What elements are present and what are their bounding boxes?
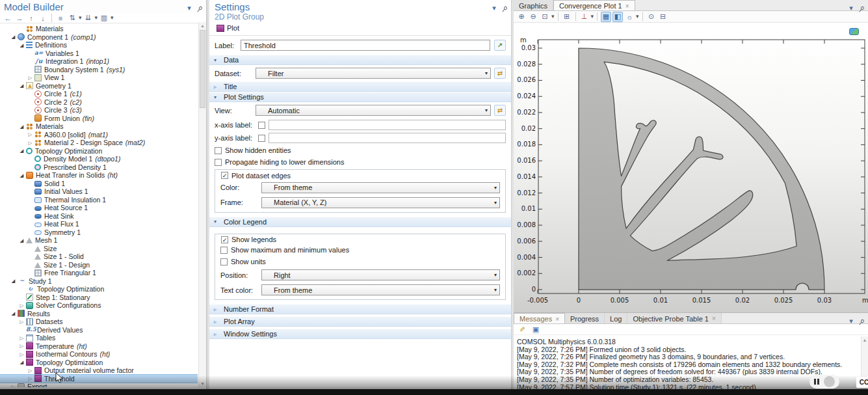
panel-menu-icon[interactable]: ▾ — [846, 316, 856, 326]
zoom-in-button[interactable]: ⊕ — [516, 12, 527, 22]
tree-item[interactable]: ▷Tables — [0, 334, 198, 342]
move-up-button[interactable]: ↑ — [26, 13, 36, 23]
view-dropdown[interactable]: Automatic ▾ — [256, 105, 491, 116]
tree-item[interactable]: ▷Threshold — [0, 375, 198, 383]
tab-messages[interactable]: Messages × — [514, 313, 565, 323]
expand-arrow-icon[interactable]: ▷ — [10, 384, 17, 387]
tree-item[interactable]: Solid 1 — [0, 180, 198, 188]
rename-button[interactable]: ↗ — [494, 40, 506, 51]
view-orientation-icon[interactable] — [849, 28, 859, 35]
dataset-dropdown[interactable]: Filter ▾ — [256, 68, 491, 79]
label-input[interactable] — [241, 40, 490, 51]
close-icon[interactable]: × — [625, 3, 629, 10]
zoom-extents-button[interactable]: ⊞ — [562, 12, 572, 22]
show-options-button[interactable]: ≡ — [55, 13, 66, 23]
tree-item[interactable]: ◢Definitions — [0, 41, 198, 49]
tree-item[interactable]: ◢Results — [0, 310, 198, 318]
propagate-hiding-checkbox[interactable] — [215, 159, 222, 166]
tree-item[interactable]: ◢Mesh 1 — [0, 236, 198, 245]
close-icon[interactable]: × — [555, 316, 559, 323]
tree-item[interactable]: ▷View 1 — [0, 74, 198, 82]
expand-arrow-icon[interactable]: ▷ — [18, 351, 25, 357]
tab-log[interactable]: Log — [605, 313, 627, 323]
y-axis-label-input[interactable] — [269, 133, 506, 143]
plot-area[interactable]: -0.00500.0050.010.0150.020.0250.0300.002… — [514, 23, 868, 312]
tree-item[interactable]: ◢Materials — [0, 122, 198, 131]
section-title[interactable]: ▹ Title — [209, 81, 511, 92]
tree-item[interactable]: 8.5Derived Values — [0, 326, 198, 334]
dropdown-caret-icon[interactable]: ▾ — [111, 15, 114, 21]
expand-arrow-icon[interactable]: ▷ — [27, 140, 34, 146]
tree-item[interactable]: ◢Topology Optimization — [0, 147, 198, 156]
tree-item[interactable]: Step 1: Stationary — [0, 293, 198, 302]
sort-button[interactable]: ⇊ — [83, 13, 94, 23]
tree-item[interactable]: ▷Isothermal Contours(ht) — [0, 350, 198, 359]
tree-item[interactable]: ◢Component 1(comp1) — [0, 33, 198, 42]
tree-item[interactable]: Circle 3(c3) — [0, 106, 198, 115]
show-max-min-checkbox[interactable] — [220, 247, 228, 254]
edge-color-dropdown[interactable]: From theme ▾ — [261, 182, 500, 193]
expand-arrow-icon[interactable]: ▷ — [27, 131, 34, 137]
tree-item[interactable]: ◢∼Study 1 — [0, 277, 198, 286]
pause-button[interactable] — [809, 375, 839, 388]
x-axis-label-input[interactable] — [269, 120, 506, 130]
expand-arrow-icon[interactable]: ▷ — [27, 375, 34, 381]
tree-item[interactable]: Materials — [0, 25, 198, 33]
expand-arrow-icon[interactable]: ▷ — [18, 303, 25, 308]
pin-icon[interactable] — [198, 5, 203, 10]
frame-dropdown[interactable]: Material (X, Y, Z) ▾ — [261, 197, 500, 208]
scene-light-button[interactable]: ☼ — [624, 12, 635, 22]
panel-menu-icon[interactable]: ▾ — [184, 3, 194, 13]
tree-item[interactable]: ◢Geometry 1 — [0, 82, 198, 90]
tree-item[interactable]: ▷Material 2 - Design Space(mat2) — [0, 139, 198, 147]
expand-arrow-icon[interactable]: ▷ — [27, 75, 34, 81]
expand-arrow-icon[interactable]: ◢ — [10, 278, 17, 284]
zoom-out-button[interactable]: ⊖ — [528, 12, 538, 22]
expand-arrow-icon[interactable]: ▷ — [18, 319, 25, 325]
node-grouping-button[interactable]: ▥ — [99, 13, 109, 23]
expand-arrow-icon[interactable]: ◢ — [18, 124, 25, 129]
tab-convergence-plot[interactable]: Convergence Plot 1 × — [553, 0, 635, 10]
y-axis-label-checkbox[interactable] — [258, 135, 265, 142]
tree-item[interactable]: ↻Topology Optimization — [0, 285, 198, 293]
show-units-checkbox[interactable] — [220, 258, 228, 266]
show-legends-checkbox[interactable]: ✓ — [221, 236, 228, 243]
zoom-box-button[interactable]: ⊡ — [540, 12, 550, 22]
show-grid-button[interactable]: ▦ — [601, 12, 611, 22]
dropdown-caret-icon[interactable]: ▾ — [79, 15, 82, 21]
expand-arrow-icon[interactable]: ◢ — [18, 83, 25, 89]
section-plot-settings[interactable]: ▾ Plot Settings — [209, 92, 511, 102]
tree-item[interactable]: Boundary System 1(sys1) — [0, 66, 198, 74]
tree-item[interactable]: Circle 1(c1) — [0, 90, 198, 98]
open-in-new-window-button[interactable]: ▣ — [531, 324, 541, 334]
back-button[interactable]: ← — [3, 13, 13, 23]
plot-button[interactable]: Plot — [215, 23, 244, 33]
section-color-legend[interactable]: ▾ Color Legend — [209, 217, 511, 227]
scrollbar-thumb[interactable] — [200, 30, 205, 108]
tree-item[interactable]: ▷Solver Configurations — [0, 301, 198, 310]
tree-item[interactable]: ▷Export — [0, 383, 198, 387]
expand-arrow-icon[interactable]: ▷ — [27, 368, 34, 374]
section-data[interactable]: ▾ Data — [209, 55, 511, 65]
show-hidden-entities-checkbox[interactable] — [215, 147, 222, 154]
expand-arrow-icon[interactable]: ◢ — [18, 359, 25, 365]
tree-item[interactable]: Circle 2(c2) — [0, 98, 198, 107]
clear-messages-button[interactable]: ✎ — [517, 324, 527, 334]
default-view-button[interactable]: ⊥ — [579, 12, 590, 22]
transparency-button[interactable]: ◧ — [612, 12, 623, 22]
expand-arrow-icon[interactable]: ◢ — [18, 172, 25, 178]
expand-arrow-icon[interactable]: ▷ — [18, 335, 25, 341]
tree-item[interactable]: Size 1 - Design — [0, 261, 198, 269]
print-button[interactable]: ⊟ — [658, 12, 668, 22]
dropdown-caret-icon[interactable]: ▾ — [95, 15, 98, 21]
tree-item[interactable]: ▷Temperature(ht) — [0, 342, 198, 351]
tree-scrollbar[interactable]: ▲ ▼ — [198, 22, 206, 387]
plot-dataset-edges-checkbox[interactable]: ✓ — [221, 172, 228, 179]
tree-item[interactable]: ▷Output material volume factor — [0, 366, 198, 375]
dropdown-caret-icon[interactable]: ▾ — [591, 14, 594, 20]
tree-item[interactable]: a=Variables 1 — [0, 49, 198, 58]
legend-position-dropdown[interactable]: Right ▾ — [261, 269, 500, 280]
tree-item[interactable]: ∫uIntegration 1(intop1) — [0, 57, 198, 66]
tree-item[interactable]: Thermal Insulation 1 — [0, 196, 198, 204]
tree-item[interactable]: Density Model 1(dtopo1) — [0, 155, 198, 163]
